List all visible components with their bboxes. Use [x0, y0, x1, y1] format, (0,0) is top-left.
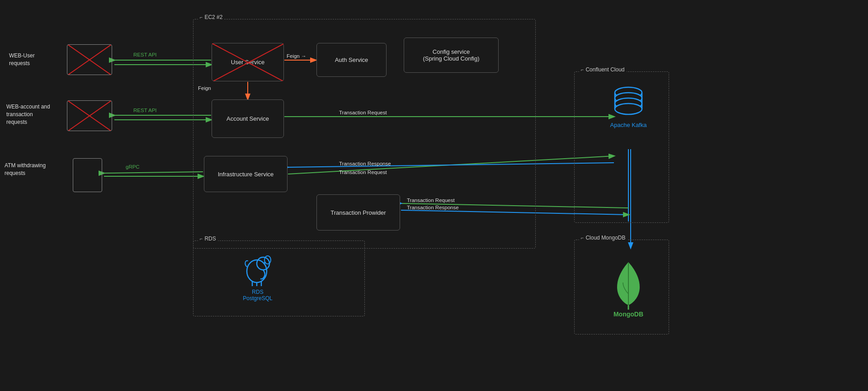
- transaction-provider-label: Transaction Prowider: [330, 209, 386, 216]
- account-service-box: Account Service: [212, 99, 284, 138]
- feign-1-label: Feign →: [287, 53, 306, 59]
- mongodb-icon: MongoDB: [597, 260, 660, 332]
- infra-service-label: Infrastructure Service: [218, 171, 274, 178]
- web-user-client: [67, 44, 112, 75]
- auth-service-label: Auth Service: [335, 57, 368, 63]
- svg-point-34: [264, 262, 266, 264]
- kafka-icon: Apache Kafka: [606, 84, 651, 142]
- postgresql-label: RDSPostgreSQL: [222, 289, 294, 301]
- svg-line-4: [104, 172, 203, 173]
- transaction-req-1-label: Transaction Request: [339, 110, 387, 115]
- svg-point-24: [615, 104, 642, 114]
- mongodb-svg: [610, 260, 646, 310]
- web-account-label: WEB-account andtransactionrequests: [6, 103, 50, 126]
- transaction-resp-1-label: Transaction Response: [339, 161, 391, 166]
- cloud-mongodb-label: ⌐ Cloud MongoDB: [579, 235, 627, 241]
- user-service-x: [212, 43, 283, 81]
- auth-service-box: Auth Service: [316, 43, 387, 77]
- diagram-container: ⌐ EC2 #2 ⌐ RDS ⌐ Confluent Cloud ⌐ Cloud…: [0, 0, 868, 391]
- transaction-req-2-label: Transaction Request: [339, 170, 387, 175]
- postgresql-svg: [240, 251, 276, 287]
- atm-client: [73, 158, 102, 192]
- web-user-label: WEB-Userrequests: [9, 52, 35, 67]
- account-service-label: Account Service: [226, 115, 269, 122]
- confluent-label: ⌐ Confluent Cloud: [579, 66, 627, 73]
- svg-line-15: [212, 43, 283, 81]
- transaction-req-3-label: Transaction Request: [407, 198, 455, 203]
- rest-api-1-label: REST API: [133, 52, 157, 57]
- grpc-label: gRPC: [126, 164, 140, 170]
- transaction-provider-box: Transaction Prowider: [316, 194, 400, 231]
- kafka-svg: [610, 84, 646, 120]
- web-account-client: [67, 100, 112, 131]
- atm-label: ATM withdrawingrequests: [5, 162, 46, 177]
- config-service-box: Config service (Spring Cloud Config): [404, 38, 499, 73]
- rds-label: ⌐ RDS: [198, 236, 218, 242]
- ec2-label: ⌐ EC2 #2: [198, 14, 224, 20]
- user-service-box: User Service: [212, 43, 284, 81]
- rest-api-2-label: REST API: [133, 108, 157, 113]
- mongodb-label: MongoDB: [613, 311, 643, 318]
- kafka-label: Apache Kafka: [610, 122, 647, 128]
- infra-service-box: Infrastructure Service: [204, 156, 288, 192]
- postgresql-icon: RDSPostgreSQL: [222, 251, 294, 301]
- config-service-label: Config service (Spring Cloud Config): [423, 48, 479, 62]
- feign-2-label: Feign: [198, 85, 211, 91]
- transaction-resp-2-label: Transaction Response: [407, 205, 459, 210]
